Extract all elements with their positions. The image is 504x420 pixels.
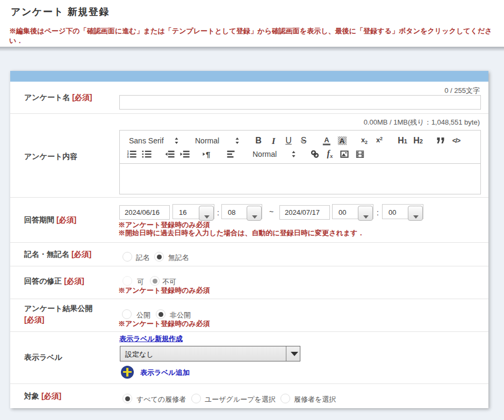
svg-text:0: 0 — [127, 155, 129, 158]
svg-text:A: A — [340, 137, 345, 145]
svg-text:¶: ¶ — [206, 150, 210, 158]
